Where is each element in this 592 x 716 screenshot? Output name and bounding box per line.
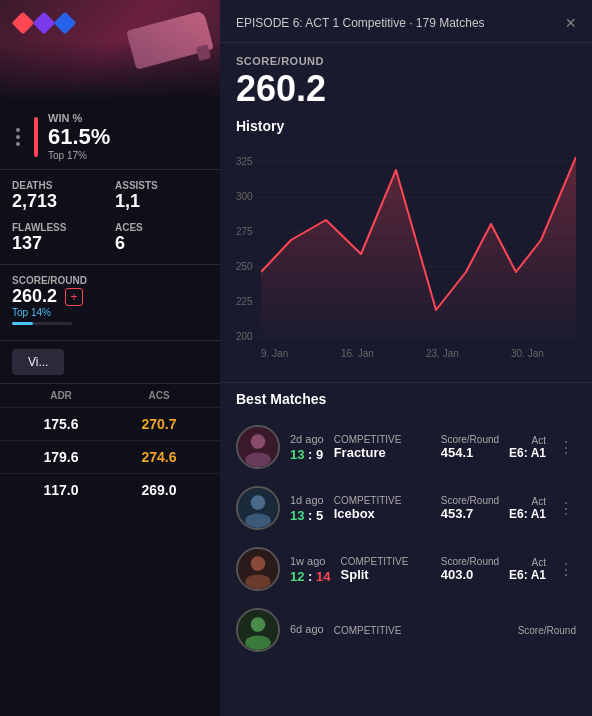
score-expand-button[interactable]: +: [65, 288, 83, 306]
match-2-stat-label: Score/Round: [441, 495, 499, 506]
match-3-info: 1w ago 12 : 14: [290, 555, 331, 584]
match-4-stat-label: Score/Round: [518, 625, 576, 636]
match-3-act-label: Act: [509, 557, 546, 568]
match-3-competitive: Competitive: [341, 556, 431, 567]
match-1-act-value: E6: A1: [509, 446, 546, 460]
panel-title: EPISODE 6: ACT 1 Competitive · 179 Match…: [236, 16, 485, 30]
table-row: 175.6 270.7: [0, 407, 220, 440]
score-progress-bar: [12, 322, 72, 325]
sr-label: Score/Round: [236, 55, 576, 67]
svg-text:200: 200: [236, 331, 253, 342]
panel-header: EPISODE 6: ACT 1 Competitive · 179 Match…: [220, 0, 592, 43]
sr-value: 260.2: [236, 67, 576, 110]
weapon-icon: [126, 10, 214, 69]
flawless-value: 137: [12, 233, 105, 254]
match-3-mode: Competitive Split: [341, 556, 431, 582]
match-3-score: 12 : 14: [290, 569, 331, 584]
match-2-menu-button[interactable]: ⋮: [556, 499, 576, 518]
svg-text:30. Jan: 30. Jan: [511, 348, 544, 359]
adr-header: ADR: [12, 390, 110, 401]
right-panel: EPISODE 6: ACT 1 Competitive · 179 Match…: [220, 0, 592, 716]
close-button[interactable]: ×: [565, 14, 576, 32]
score-progress-fill: [12, 322, 33, 325]
deaths-stat: Deaths 2,713: [12, 180, 105, 212]
score-round-section: Score/Round 260.2: [220, 43, 592, 118]
view-section: Vi...: [0, 340, 220, 383]
svg-text:275: 275: [236, 226, 253, 237]
left-panel: Win % 61.5% Top 17% Deaths 2,713 Assists…: [0, 0, 220, 716]
svg-point-23: [251, 495, 266, 510]
score-round-stat: Score/Round 260.2 + Top 14%: [12, 275, 105, 325]
row1-acs: 270.7: [110, 416, 208, 432]
svg-point-26: [251, 556, 266, 571]
deaths-assists-grid: Deaths 2,713 Assists 1,1 Flawless 137 Ac…: [0, 170, 220, 265]
svg-point-29: [251, 617, 266, 632]
match-row-3: 1w ago 12 : 14 Competitive Split Score/R…: [220, 539, 592, 600]
match-1-act: Act E6: A1: [509, 435, 546, 460]
match-2-mode: Competitive Icebox: [334, 495, 431, 521]
win-section: Win % 61.5% Top 17%: [0, 100, 220, 170]
flawless-stat: Flawless 137: [12, 222, 105, 254]
svg-text:9. Jan: 9. Jan: [261, 348, 288, 359]
view-button[interactable]: Vi...: [12, 349, 64, 375]
match-1-competitive: Competitive: [334, 434, 431, 445]
acs-header: ACS: [110, 390, 208, 401]
match-2-info: 1d ago 13 : 5: [290, 494, 324, 523]
match-2-score: 13 : 5: [290, 508, 324, 523]
match-4-stat: Score/Round: [518, 625, 576, 636]
svg-text:225: 225: [236, 296, 253, 307]
match-3-menu-button[interactable]: ⋮: [556, 560, 576, 579]
match-1-score-loss: 9: [316, 447, 323, 462]
match-1-map: Fracture: [334, 445, 431, 460]
badge-3: [54, 12, 77, 35]
match-avatar-4: [236, 608, 280, 652]
more-options-button[interactable]: [12, 124, 24, 150]
match-1-score: 13 : 9: [290, 447, 324, 462]
assists-stat: Assists 1,1: [115, 180, 208, 212]
win-rank: Top 17%: [48, 150, 212, 161]
match-3-stat: Score/Round 403.0: [441, 556, 499, 582]
match-1-act-label: Act: [509, 435, 546, 446]
match-2-competitive: Competitive: [334, 495, 431, 506]
badge-2: [33, 12, 56, 35]
match-row-4: 6d ago Competitive Score/Round: [220, 600, 592, 660]
svg-text:300: 300: [236, 191, 253, 202]
match-3-score-num2: 14: [316, 569, 330, 584]
win-info: Win % 61.5% Top 17%: [48, 112, 212, 161]
match-4-competitive: Competitive: [334, 625, 508, 636]
match-row-1: 2d ago 13 : 9 Competitive Fracture Score…: [220, 417, 592, 478]
win-percent: 61.5%: [48, 124, 212, 150]
score-rank: Top 14%: [12, 307, 105, 318]
match-avatar-3: [236, 547, 280, 591]
row2-acs: 274.6: [110, 449, 208, 465]
match-1-info: 2d ago 13 : 9: [290, 433, 324, 462]
match-3-stat-value: 403.0: [441, 567, 499, 582]
deaths-value: 2,713: [12, 191, 105, 212]
deaths-label: Deaths: [12, 180, 105, 191]
match-1-score-win: 13: [290, 447, 304, 462]
hero-banner: [0, 0, 220, 100]
match-1-mode: Competitive Fracture: [334, 434, 431, 460]
match-avatar-2: [236, 486, 280, 530]
history-title: History: [220, 118, 592, 142]
match-1-stat-value: 454.1: [441, 445, 499, 460]
match-avatar-1: [236, 425, 280, 469]
match-1-menu-button[interactable]: ⋮: [556, 438, 576, 457]
match-row-2: 1d ago 13 : 5 Competitive Icebox Score/R…: [220, 478, 592, 539]
score-round-label: Score/Round: [12, 275, 105, 286]
aces-label: Aces: [115, 222, 208, 233]
match-2-act: Act E6: A1: [509, 496, 546, 521]
aces-value: 6: [115, 233, 208, 254]
match-3-score-sep: :: [308, 569, 316, 584]
match-2-stat: Score/Round 453.7: [441, 495, 499, 521]
assists-label: Assists: [115, 180, 208, 191]
badge-1: [12, 12, 35, 35]
svg-point-30: [245, 636, 270, 651]
match-3-act: Act E6: A1: [509, 557, 546, 582]
history-chart: 325 300 275 250 225 200 9. Jan: [236, 142, 576, 362]
match-1-score-sep: :: [308, 447, 316, 462]
svg-text:23. Jan: 23. Jan: [426, 348, 459, 359]
match-2-stat-value: 453.7: [441, 506, 499, 521]
match-1-time: 2d ago: [290, 433, 324, 445]
match-2-score-sep: :: [308, 508, 316, 523]
